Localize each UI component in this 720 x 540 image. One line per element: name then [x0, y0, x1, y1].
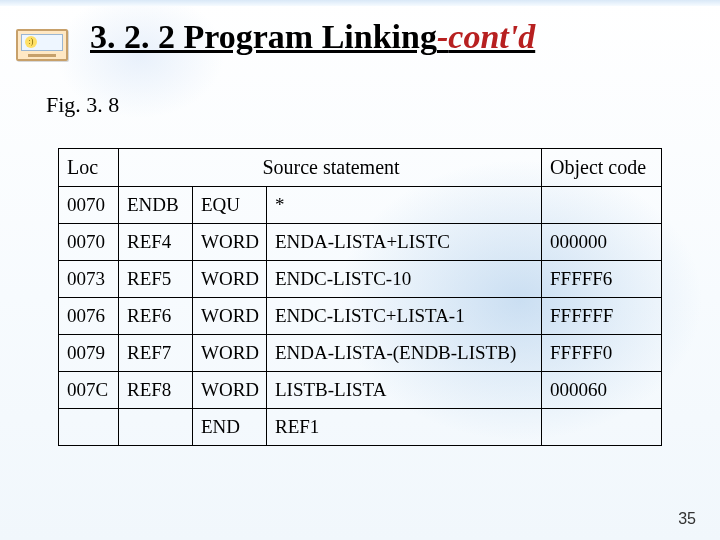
- cell-loc: 007C: [59, 372, 119, 409]
- title-main: 3. 2. 2 Program Linking: [90, 18, 437, 55]
- cell-obj: [542, 409, 662, 446]
- cell-label: REF8: [119, 372, 193, 409]
- computer-icon: :): [16, 29, 68, 61]
- cell-loc: 0070: [59, 187, 119, 224]
- header-loc: Loc: [59, 149, 119, 187]
- cell-obj: 000000: [542, 224, 662, 261]
- cell-obj: FFFFF0: [542, 335, 662, 372]
- cell-label: REF7: [119, 335, 193, 372]
- figure-label: Fig. 3. 8: [46, 92, 119, 118]
- table-row: 0070REF4WORDENDA-LISTA+LISTC000000: [59, 224, 662, 261]
- cell-loc: 0073: [59, 261, 119, 298]
- table-header-row: Loc Source statement Object code: [59, 149, 662, 187]
- cell-operand: *: [267, 187, 542, 224]
- cell-label: [119, 409, 193, 446]
- cell-loc: [59, 409, 119, 446]
- cell-operand: LISTB-LISTA: [267, 372, 542, 409]
- table-row: ENDREF1: [59, 409, 662, 446]
- cell-obj: FFFFF6: [542, 261, 662, 298]
- cell-label: ENDB: [119, 187, 193, 224]
- cell-op: WORD: [193, 335, 267, 372]
- cell-loc: 0076: [59, 298, 119, 335]
- cell-operand: REF1: [267, 409, 542, 446]
- page-number: 35: [678, 510, 696, 528]
- logo-computer: :): [12, 26, 72, 64]
- table-row: 0070ENDBEQU*: [59, 187, 662, 224]
- cell-obj: 000060: [542, 372, 662, 409]
- table-row: 007CREF8WORDLISTB-LISTA000060: [59, 372, 662, 409]
- cell-op: EQU: [193, 187, 267, 224]
- cell-operand: ENDC-LISTC+LISTA-1: [267, 298, 542, 335]
- table-row: 0073REF5WORDENDC-LISTC-10FFFFF6: [59, 261, 662, 298]
- header-object: Object code: [542, 149, 662, 187]
- title-wrap: 3. 2. 2 Program Linking-cont'd: [90, 18, 690, 55]
- slide: :) 3. 2. 2 Program Linking-cont'd Fig. 3…: [0, 0, 720, 540]
- cell-label: REF6: [119, 298, 193, 335]
- cell-loc: 0079: [59, 335, 119, 372]
- cell-op: END: [193, 409, 267, 446]
- cell-op: WORD: [193, 224, 267, 261]
- assembly-table: Loc Source statement Object code 0070END…: [58, 148, 662, 446]
- top-stripe: [0, 0, 720, 6]
- cell-obj: FFFFFF: [542, 298, 662, 335]
- header-source: Source statement: [119, 149, 542, 187]
- cell-op: WORD: [193, 261, 267, 298]
- cell-obj: [542, 187, 662, 224]
- cell-op: WORD: [193, 372, 267, 409]
- cell-label: REF5: [119, 261, 193, 298]
- title-sep: -: [437, 18, 448, 55]
- cell-op: WORD: [193, 298, 267, 335]
- smiley-icon: :): [25, 36, 37, 48]
- slide-title: 3. 2. 2 Program Linking-cont'd: [90, 18, 535, 55]
- table: Loc Source statement Object code 0070END…: [58, 148, 662, 446]
- title-cont: cont'd: [448, 18, 535, 55]
- cell-label: REF4: [119, 224, 193, 261]
- cell-loc: 0070: [59, 224, 119, 261]
- cell-operand: ENDA-LISTA-(ENDB-LISTB): [267, 335, 542, 372]
- cell-operand: ENDA-LISTA+LISTC: [267, 224, 542, 261]
- table-row: 0079REF7WORDENDA-LISTA-(ENDB-LISTB)FFFFF…: [59, 335, 662, 372]
- table-row: 0076REF6WORDENDC-LISTC+LISTA-1FFFFFF: [59, 298, 662, 335]
- cell-operand: ENDC-LISTC-10: [267, 261, 542, 298]
